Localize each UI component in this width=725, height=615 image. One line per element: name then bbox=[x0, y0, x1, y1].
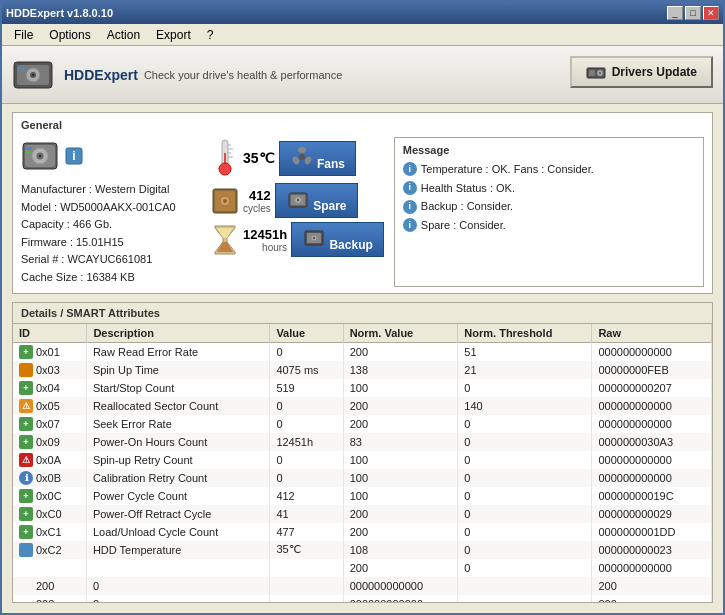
row-icon bbox=[19, 561, 33, 575]
table-row: 0x03 Spin Up Time 4075 ms 138 21 0000000… bbox=[13, 361, 712, 379]
cell-norm-value: 100 bbox=[343, 451, 458, 469]
spare-icon bbox=[286, 188, 310, 210]
cell-norm-value: 100 bbox=[343, 469, 458, 487]
backup-button[interactable]: Backup bbox=[291, 222, 384, 257]
cell-raw: 000000000000 bbox=[592, 342, 712, 361]
general-inner: i Manufacturer : Western Digital Model :… bbox=[21, 137, 704, 287]
cell-description: Spin-up Retry Count bbox=[87, 451, 270, 469]
cell-norm-threshold: 140 bbox=[458, 397, 592, 415]
cell-raw: 0000000001DD bbox=[592, 523, 712, 541]
thermometer-icon bbox=[211, 137, 239, 179]
cell-id bbox=[13, 559, 87, 577]
cell-raw: 000000000000 bbox=[592, 559, 712, 577]
drivers-update-icon bbox=[586, 64, 606, 80]
cell-norm-value: 200 bbox=[343, 415, 458, 433]
menu-help[interactable]: ? bbox=[199, 26, 222, 44]
drivers-update-button[interactable]: Drivers Update bbox=[570, 56, 713, 88]
health-status-icon: i bbox=[65, 147, 83, 165]
cell-norm-threshold: 0 bbox=[458, 415, 592, 433]
message-text-2: Backup : Consider. bbox=[421, 197, 513, 216]
row-icon: + bbox=[19, 489, 33, 503]
cell-id: 200 bbox=[13, 595, 87, 602]
table-row: 200 0 000000000000 bbox=[13, 559, 712, 577]
cell-description: 0 bbox=[87, 577, 270, 595]
row-icon: ⚠ bbox=[19, 399, 33, 413]
cell-description: 0 bbox=[87, 595, 270, 602]
cell-raw: 200 bbox=[592, 577, 712, 595]
cell-id: + 0x04 bbox=[13, 379, 87, 397]
cell-description: Power-On Hours Count bbox=[87, 433, 270, 451]
smart-table-wrapper[interactable]: ID Description Value Norm. Value Norm. T… bbox=[13, 324, 712, 602]
fans-button[interactable]: Fans bbox=[279, 141, 356, 176]
app-header: HDDExpert Check your drive's health & pe… bbox=[2, 46, 723, 104]
col-norm-value: Norm. Value bbox=[343, 324, 458, 343]
svg-point-27 bbox=[298, 147, 306, 153]
col-value: Value bbox=[270, 324, 343, 343]
table-header-row: ID Description Value Norm. Value Norm. T… bbox=[13, 324, 712, 343]
svg-point-14 bbox=[39, 155, 41, 157]
cell-norm-threshold: 0 bbox=[458, 505, 592, 523]
menu-action[interactable]: Action bbox=[99, 26, 148, 44]
menu-options[interactable]: Options bbox=[41, 26, 98, 44]
cell-description: Reallocated Sector Count bbox=[87, 397, 270, 415]
cell-value: 0 bbox=[270, 342, 343, 361]
cycle-stat-row: 412 cycles Spare bbox=[211, 183, 384, 218]
hours-stat-row: 12451h hours Backup bbox=[211, 222, 384, 257]
cell-id: + 0x0C bbox=[13, 487, 87, 505]
cell-norm-threshold: 0 bbox=[458, 487, 592, 505]
col-norm-threshold: Norm. Threshold bbox=[458, 324, 592, 343]
cell-value bbox=[270, 559, 343, 577]
table-row: ⚠ 0x05 Reallocated Sector Count 0 200 14… bbox=[13, 397, 712, 415]
table-row: + 0x0C Power Cycle Count 412 100 0 00000… bbox=[13, 487, 712, 505]
info-icon-0: i bbox=[403, 162, 417, 176]
message-row-2: i Backup : Consider. bbox=[403, 197, 695, 216]
message-row-1: i Health Status : OK. bbox=[403, 179, 695, 198]
menu-file[interactable]: File bbox=[6, 26, 41, 44]
cell-norm-value: 000000000000 bbox=[343, 577, 458, 595]
cell-value: 519 bbox=[270, 379, 343, 397]
minimize-button[interactable]: _ bbox=[667, 6, 683, 20]
cell-value: 0 bbox=[270, 469, 343, 487]
cell-raw: 00000000FEB bbox=[592, 361, 712, 379]
temperature-value: 35℃ bbox=[243, 150, 275, 166]
cell-id: + 0x09 bbox=[13, 433, 87, 451]
message-row-0: i Temperature : OK. Fans : Consider. bbox=[403, 160, 695, 179]
cell-raw: 00000000019C bbox=[592, 487, 712, 505]
app-name: HDDExpert bbox=[64, 67, 138, 83]
row-icon: + bbox=[19, 507, 33, 521]
message-title: Message bbox=[403, 144, 695, 156]
details-header: Details / SMART Attributes bbox=[13, 303, 712, 324]
cell-norm-value: 108 bbox=[343, 541, 458, 559]
cell-norm-value: 000000000000 bbox=[343, 595, 458, 602]
maximize-button[interactable]: □ bbox=[685, 6, 701, 20]
row-icon: ℹ bbox=[19, 471, 33, 485]
spare-button[interactable]: Spare bbox=[275, 183, 358, 218]
cell-description: Seek Error Rate bbox=[87, 415, 270, 433]
close-button[interactable]: ✕ bbox=[703, 6, 719, 20]
cell-value: 12451h bbox=[270, 433, 343, 451]
cycle-values: 412 cycles bbox=[243, 188, 271, 214]
cell-id: + 0x07 bbox=[13, 415, 87, 433]
cell-norm-threshold: 0 bbox=[458, 523, 592, 541]
table-row: + 0xC0 Power-Off Retract Cycle 41 200 0 … bbox=[13, 505, 712, 523]
cell-id: + 0xC1 bbox=[13, 523, 87, 541]
cell-value bbox=[270, 577, 343, 595]
svg-point-21 bbox=[219, 163, 231, 175]
hdd-cycle-icon bbox=[211, 185, 239, 217]
table-row: 200 0 000000000000 200 bbox=[13, 577, 712, 595]
app-window: HDDExpert v1.8.0.10 _ □ ✕ File Options A… bbox=[0, 0, 725, 615]
cell-description: Spin Up Time bbox=[87, 361, 270, 379]
title-bar: HDDExpert v1.8.0.10 _ □ ✕ bbox=[2, 2, 723, 24]
info-icon-3: i bbox=[403, 218, 417, 232]
cell-norm-value: 100 bbox=[343, 379, 458, 397]
cell-norm-threshold: 0 bbox=[458, 433, 592, 451]
menu-export[interactable]: Export bbox=[148, 26, 199, 44]
cell-norm-value: 200 bbox=[343, 505, 458, 523]
row-icon: ⚠ bbox=[19, 453, 33, 467]
col-raw: Raw bbox=[592, 324, 712, 343]
cell-norm-value: 100 bbox=[343, 487, 458, 505]
window-title: HDDExpert v1.8.0.10 bbox=[6, 7, 113, 19]
row-icon bbox=[19, 579, 33, 593]
cell-description: Load/Unload Cycle Count bbox=[87, 523, 270, 541]
message-text-0: Temperature : OK. Fans : Consider. bbox=[421, 160, 594, 179]
